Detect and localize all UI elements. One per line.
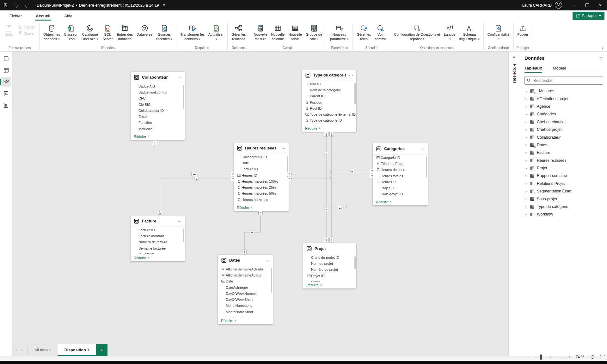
transformer-les-donnees-button[interactable]: Transformer lesdonnées [179, 23, 206, 41]
sidebar-item-dax-query-view[interactable] [1, 89, 11, 98]
sidebar-item-table-view[interactable] [1, 65, 11, 75]
field-row[interactable]: Statut [303, 279, 356, 282]
chevron-right-icon[interactable]: › [524, 204, 528, 209]
model-table-collaborateur[interactable]: Collaborateur…Badge AiGBadge workcontrol… [131, 72, 185, 140]
field-row[interactable]: Heures totales [373, 173, 428, 179]
model-table-facture[interactable]: Facture…Facture IDFacture montantNuméro … [131, 215, 185, 261]
table-list-item[interactable]: ›Agence [524, 103, 604, 110]
search-box[interactable] [524, 76, 603, 85]
card-scrollbar[interactable] [183, 229, 184, 242]
maximize-button[interactable] [580, 0, 594, 10]
field-row[interactable]: ΣType de catégorie ID [302, 118, 356, 124]
field-row[interactable]: Email [131, 113, 185, 119]
actualiser-button[interactable]: Actualiser [207, 23, 225, 41]
tab-tableaux[interactable]: Tableaux [524, 66, 542, 70]
field-row[interactable]: Matricule [131, 126, 185, 132]
sql-server-button[interactable]: SQLServer [101, 23, 114, 41]
chevron-right-icon[interactable]: › [524, 166, 528, 171]
more-options-icon[interactable]: … [349, 246, 353, 251]
sidebar-item-report-view[interactable] [1, 54, 11, 63]
page-tab-all-tables[interactable]: All tables [28, 344, 58, 356]
ribbon-collapse-icon[interactable]: ∧ [602, 46, 604, 50]
avatar[interactable] [555, 2, 562, 9]
collapse-card-button[interactable]: Réduire∧ [302, 125, 321, 132]
chevron-right-icon[interactable]: › [524, 119, 528, 124]
classeur-excel-button[interactable]: ClasseurExcel [62, 23, 79, 41]
chevron-right-icon[interactable]: › [524, 173, 528, 178]
chevron-right-icon[interactable]: › [524, 189, 528, 194]
zoom-in-button[interactable]: + [568, 355, 570, 360]
undo-icon[interactable] [11, 0, 21, 10]
dataverse-button[interactable]: Dataverse [135, 23, 154, 37]
field-row[interactable]: fxAfficherSemaineActuelle [218, 266, 273, 272]
model-table-heures-réalisées[interactable]: Heures réalisées…Collaborateur IDDateFac… [234, 143, 289, 211]
field-row[interactable]: Categorie ID [373, 155, 428, 161]
copier-button[interactable]: Copier [17, 31, 37, 36]
langue-button[interactable]: ALangue [442, 23, 457, 41]
relationship-line[interactable] [160, 179, 234, 215]
gerer-les-relations-button[interactable]: Gérer lesrelations [230, 23, 247, 41]
catalogue-onelake-button[interactable]: CatalogueOneLake [80, 23, 100, 41]
schema-linguistique-button[interactable]: ASchémalinguistique [458, 23, 481, 41]
nouveau-parametre-button[interactable]: ?Nouveauparamètre [328, 23, 350, 41]
obtenir-les-donnees-button[interactable]: Obtenir lesdonnées [42, 23, 62, 41]
page-nav-prev-icon[interactable]: ‹ [16, 348, 17, 352]
field-row[interactable]: MonthNameLong [218, 303, 273, 309]
card-scrollbar[interactable] [183, 85, 184, 109]
collapse-card-button[interactable]: Réduire∧ [131, 254, 149, 261]
table-list-item[interactable]: ›Chef de chantier [524, 118, 604, 126]
field-row[interactable]: Projet ID [373, 185, 428, 191]
couper-button[interactable]: Couper [17, 24, 37, 30]
table-list-item[interactable]: ›Type de catégorie [524, 203, 604, 210]
field-row[interactable]: Monthnumber [218, 315, 273, 317]
save-icon[interactable] [0, 0, 11, 10]
more-options-icon[interactable]: … [420, 146, 425, 151]
table-list-item[interactable]: ›Catégories [524, 110, 604, 118]
field-row[interactable]: Numéro de facture [131, 239, 185, 245]
more-options-icon[interactable]: … [177, 219, 182, 224]
table-list-item[interactable]: ›Chef de projet [524, 126, 604, 133]
field-row[interactable]: ΣParent ID [302, 93, 356, 99]
tab-modèle[interactable]: Modèle [553, 66, 566, 70]
card-scrollbar[interactable] [426, 156, 427, 178]
gerer-les-roles-button[interactable]: Gérer lesrôles [355, 23, 372, 41]
table-list-item[interactable]: ›fx_Mesures [524, 87, 604, 95]
close-button[interactable]: × [594, 0, 607, 10]
field-row[interactable]: ΣHeures de base [373, 167, 428, 173]
sidebar-item-model-view[interactable] [1, 77, 11, 87]
add-layout-button[interactable]: + [96, 344, 107, 356]
chevron-right-icon[interactable]: › [524, 96, 528, 101]
title-dropdown-icon[interactable] [163, 4, 165, 6]
field-row[interactable]: Collaborateur ID [234, 154, 289, 160]
field-row[interactable]: ΣHeures TS [373, 179, 428, 185]
field-row[interactable]: fxAfficherSemaineAutour [218, 272, 273, 278]
field-row[interactable]: DateAsInteger [218, 284, 273, 290]
model-table-catégories[interactable]: Catégories…Categorie IDfxÉtiquette Écart… [373, 143, 428, 205]
properties-pane-collapsed[interactable]: « Propriétés [508, 52, 520, 356]
configuration-questions-reponses-button[interactable]: Configuration de Questions etréponses [392, 23, 442, 41]
field-row[interactable]: CFC [131, 95, 185, 101]
table-list-item[interactable]: ›Affectations projet [524, 95, 604, 102]
collapse-card-button[interactable]: Réduire∧ [131, 133, 149, 140]
nouvelle-colonne-button[interactable]: Nouvellecolonne [269, 23, 286, 41]
field-row[interactable]: Type de catégorie External ID [302, 111, 356, 117]
page-nav-next-icon[interactable]: › [21, 348, 23, 352]
field-row[interactable]: Projet ID [303, 273, 356, 279]
zoom-out-button[interactable]: - [527, 355, 529, 360]
model-table-type-de-catégorie[interactable]: Type de catégorie…ΣNiveauNom de la catég… [302, 70, 356, 132]
coller-button[interactable]: Coller [2, 23, 16, 37]
chevron-right-icon[interactable]: › [524, 143, 528, 147]
chevron-right-icon[interactable]: › [524, 181, 528, 186]
chevron-right-icon[interactable]: › [524, 212, 528, 217]
table-list-item[interactable]: ›Relations Projet [524, 180, 604, 187]
menu-tab-fichier[interactable]: Fichier [9, 10, 22, 21]
field-row[interactable]: Date [234, 160, 289, 166]
menu-tab-aide[interactable]: Aide [64, 10, 72, 21]
field-row[interactable]: Fonction [131, 120, 185, 126]
more-options-icon[interactable]: … [265, 258, 270, 263]
field-row[interactable]: Facture ID [131, 227, 185, 233]
chevron-right-icon[interactable]: › [524, 104, 528, 109]
more-options-icon[interactable]: … [281, 146, 286, 151]
field-row[interactable]: Date [218, 278, 273, 284]
sidebar-item-tmdl-view[interactable] [1, 100, 11, 110]
